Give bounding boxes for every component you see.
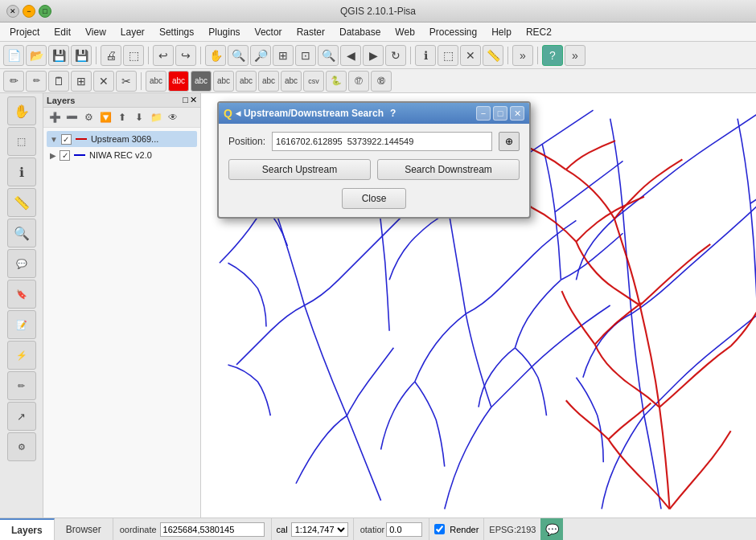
zoom-full-btn[interactable]: ⊞ [273,45,294,66]
menu-project[interactable]: Project [3,25,46,39]
undo-btn[interactable]: ↩ [153,45,174,66]
label2-btn[interactable]: abc [168,71,189,92]
move-down-btn[interactable]: ⬇ [131,109,147,125]
add-layer-btn[interactable]: ➕ [47,109,63,125]
save-as-btn[interactable]: 💾 [71,45,92,66]
zoom-prev-btn[interactable]: ◀ [340,45,361,66]
select-tool-btn[interactable]: ⬚ [7,127,36,156]
messages-btn[interactable]: 💬 [540,518,563,541]
label-btn[interactable]: abc [146,71,166,92]
redo-btn[interactable]: ↪ [175,45,196,66]
label5-btn[interactable]: abc [236,71,257,92]
layer-checkbox-niwa[interactable]: ✓ [60,150,70,161]
layer-vis-btn[interactable]: 👁 [165,109,181,125]
zoom-next-btn[interactable]: ▶ [363,45,384,66]
search-upstream-btn[interactable]: Search Upstream [228,159,371,180]
feature-action-btn[interactable]: ⚡ [7,341,36,370]
zoom-layer-btn[interactable]: ⊡ [295,45,316,66]
label4-btn[interactable]: abc [213,71,234,92]
cut-feature-btn[interactable]: ✂ [116,71,137,92]
group-btn[interactable]: 📁 [148,109,164,125]
zoom-in-btn[interactable]: 🔍 [228,45,249,66]
new-project-btn[interactable]: 📄 [3,45,24,66]
menu-raster[interactable]: Raster [290,25,331,39]
plugin2-btn[interactable]: ⑱ [371,71,392,92]
remove-layer-btn[interactable]: ➖ [64,109,80,125]
filter-layer-btn[interactable]: 🔽 [97,109,113,125]
layer-checkbox-upstream[interactable]: ✓ [61,134,72,145]
plugin-tool-btn[interactable]: ⚙ [7,432,36,461]
dialog-collapse-btn[interactable]: ◂ [236,108,240,119]
epsg-field[interactable]: EPSG:2193 [483,518,540,540]
map-canvas[interactable]: Q ◂ Upstream/Downstream Search ? − □ ✕ P… [201,93,756,518]
identify-btn[interactable]: ℹ [415,45,436,66]
render-checkbox[interactable] [434,524,445,534]
move-up-btn[interactable]: ⬆ [114,109,130,125]
annotation-btn[interactable]: 📝 [7,310,36,339]
window-minimize-btn[interactable]: − [23,5,35,18]
rotation-input[interactable] [386,522,422,537]
label6-btn[interactable]: abc [258,71,279,92]
python-btn[interactable]: 🐍 [326,71,347,92]
open-project-btn[interactable]: 📂 [26,45,47,66]
scale-select[interactable]: 1:124,747 [291,522,348,537]
refresh-btn[interactable]: ↻ [385,45,406,66]
map-tips-btn[interactable]: 💬 [7,249,36,278]
menu-web[interactable]: Web [388,25,421,39]
more-btn[interactable]: » [512,45,533,66]
help-btn[interactable]: ? [542,45,563,66]
search-downstream-btn[interactable]: Search Downstream [377,159,520,180]
deselect-btn[interactable]: ✕ [460,45,481,66]
pan-map-btn[interactable]: ✋ [205,45,226,66]
csv-btn[interactable]: csv [303,71,324,92]
tab-browser[interactable]: Browser [55,518,113,540]
zoom-select-btn[interactable]: 🔍 [318,45,339,66]
edit-pencil-btn[interactable]: ✏ [3,71,24,92]
zoom-tool-btn[interactable]: 🔍 [7,219,36,248]
layer-expand-upstream[interactable]: ▼ [50,135,58,144]
window-maximize-btn[interactable]: □ [39,5,51,18]
menu-plugins[interactable]: Plugins [202,25,246,39]
pan-tool-btn[interactable]: ✋ [7,96,36,125]
zoom-out-btn[interactable]: 🔎 [250,45,271,66]
menu-view[interactable]: View [79,25,113,39]
measure-tool-btn[interactable]: 📏 [7,188,36,217]
menu-settings[interactable]: Settings [153,25,200,39]
dialog-restore-btn[interactable]: □ [493,106,507,121]
dialog-close-btn[interactable]: ✕ [510,106,524,121]
tab-layers[interactable]: Layers [0,518,55,540]
select-feature-btn[interactable]: ⬚ [438,45,458,66]
spatial-bookmarks-btn[interactable]: 🔖 [7,280,36,309]
attr-table-btn[interactable]: 🗒 [48,71,69,92]
menu-vector[interactable]: Vector [249,25,289,39]
menu-rec2[interactable]: REC2 [520,25,558,39]
save-project-btn[interactable]: 💾 [48,45,69,66]
layer-item-niwa[interactable]: ▶ ✓ NIWA REC v2.0 [47,147,197,163]
dialog-help-icon[interactable]: ? [390,108,396,119]
layers-minimize-btn[interactable]: □ [183,95,188,105]
route-tool-btn[interactable]: ↗ [7,402,36,431]
print-btn[interactable]: 🖨 [101,45,121,66]
label3-btn[interactable]: abc [191,71,212,92]
help-more-btn[interactable]: » [565,45,585,66]
digitize-btn[interactable]: ✏ [26,71,47,92]
del-feature-btn[interactable]: ✕ [93,71,114,92]
layer-expand-niwa[interactable]: ▶ [50,151,56,160]
print-composer-btn[interactable]: ⬚ [123,45,144,66]
position-crosshair-btn[interactable]: ⊕ [499,132,520,151]
measure-btn[interactable]: 📏 [483,45,503,66]
digitize-tool-btn[interactable]: ✏ [7,371,36,400]
menu-edit[interactable]: Edit [47,25,77,39]
dialog-minimize-btn[interactable]: − [476,106,491,121]
menu-layer[interactable]: Layer [114,25,151,39]
menu-processing[interactable]: Processing [423,25,483,39]
label7-btn[interactable]: abc [281,71,302,92]
window-close-btn[interactable]: ✕ [6,5,19,18]
position-input[interactable] [272,132,492,151]
menu-database[interactable]: Database [333,25,387,39]
field-calc-btn[interactable]: ⊞ [71,71,92,92]
menu-help[interactable]: Help [485,25,518,39]
plugin1-btn[interactable]: ⑰ [348,71,369,92]
identify-tool-btn[interactable]: ℹ [7,158,36,186]
layers-close-btn[interactable]: ✕ [190,95,197,105]
